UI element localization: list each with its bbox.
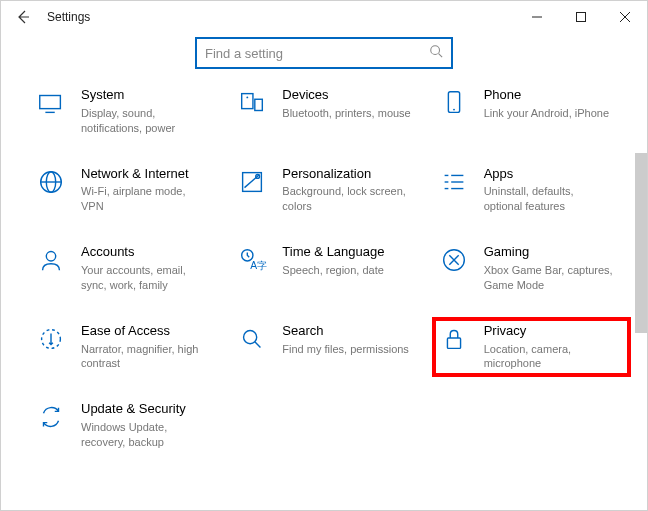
category-subtitle: Display, sound, notifications, power (81, 106, 211, 136)
back-arrow-icon (15, 9, 31, 25)
category-subtitle: Windows Update, recovery, backup (81, 420, 211, 450)
search-input[interactable] (205, 46, 429, 61)
category-subtitle: Your accounts, email, sync, work, family (81, 263, 211, 293)
search-box[interactable] (195, 37, 453, 69)
svg-line-3 (439, 54, 443, 58)
svg-point-10 (453, 109, 455, 111)
category-title: System (81, 87, 211, 104)
phone-icon (438, 87, 470, 119)
category-text: GamingXbox Game Bar, captures, Game Mode (484, 244, 614, 293)
content-area: SystemDisplay, sound, notifications, pow… (1, 69, 647, 510)
category-title: Update & Security (81, 401, 211, 418)
svg-rect-29 (447, 338, 460, 348)
svg-point-8 (247, 96, 249, 98)
category-text: AppsUninstall, defaults, optional featur… (484, 166, 614, 215)
category-search-cat[interactable]: SearchFind my files, permissions (232, 319, 427, 376)
category-title: Search (282, 323, 409, 340)
category-subtitle: Uninstall, defaults, optional features (484, 184, 614, 214)
category-ease[interactable]: Ease of AccessNarrator, magnifier, high … (31, 319, 226, 376)
category-gaming[interactable]: GamingXbox Game Bar, captures, Game Mode (434, 240, 629, 297)
scrollbar-rail[interactable] (631, 33, 647, 510)
category-subtitle: Background, lock screen, colors (282, 184, 412, 214)
search-icon (429, 44, 443, 62)
svg-text:A字: A字 (250, 261, 267, 272)
category-subtitle: Find my files, permissions (282, 342, 409, 357)
svg-point-22 (46, 252, 55, 261)
update-icon (35, 401, 67, 433)
category-subtitle: Wi-Fi, airplane mode, VPN (81, 184, 211, 214)
maximize-button[interactable] (559, 1, 603, 33)
svg-rect-6 (242, 94, 253, 109)
category-devices[interactable]: DevicesBluetooth, printers, mouse (232, 83, 427, 140)
svg-point-27 (244, 330, 257, 343)
category-update[interactable]: Update & SecurityWindows Update, recover… (31, 397, 226, 454)
category-title: Gaming (484, 244, 614, 261)
svg-line-28 (255, 342, 261, 348)
svg-rect-1 (577, 13, 586, 22)
category-subtitle: Speech, region, date (282, 263, 384, 278)
category-system[interactable]: SystemDisplay, sound, notifications, pow… (31, 83, 226, 140)
category-network[interactable]: Network & InternetWi-Fi, airplane mode, … (31, 162, 226, 219)
category-apps[interactable]: AppsUninstall, defaults, optional featur… (434, 162, 629, 219)
category-subtitle: Bluetooth, printers, mouse (282, 106, 410, 121)
svg-rect-7 (255, 99, 263, 110)
personalization-icon (236, 166, 268, 198)
minimize-button[interactable] (515, 1, 559, 33)
minimize-icon (532, 12, 542, 22)
category-personalization[interactable]: PersonalizationBackground, lock screen, … (232, 162, 427, 219)
category-text: Network & InternetWi-Fi, airplane mode, … (81, 166, 211, 215)
network-icon (35, 166, 67, 198)
category-text: Ease of AccessNarrator, magnifier, high … (81, 323, 211, 372)
category-title: Apps (484, 166, 614, 183)
gaming-icon (438, 244, 470, 276)
category-phone[interactable]: PhoneLink your Android, iPhone (434, 83, 629, 140)
ease-icon (35, 323, 67, 355)
category-text: Time & LanguageSpeech, region, date (282, 244, 384, 278)
category-time[interactable]: A字Time & LanguageSpeech, region, date (232, 240, 427, 297)
category-title: Accounts (81, 244, 211, 261)
svg-rect-4 (40, 96, 61, 109)
back-button[interactable] (9, 3, 37, 31)
close-icon (620, 12, 630, 22)
privacy-icon (438, 323, 470, 355)
category-title: Network & Internet (81, 166, 211, 183)
scrollbar-thumb[interactable] (635, 153, 647, 333)
categories-grid: SystemDisplay, sound, notifications, pow… (31, 83, 629, 454)
time-icon: A字 (236, 244, 268, 276)
window-title: Settings (47, 10, 90, 24)
category-subtitle: Location, camera, microphone (484, 342, 614, 372)
close-button[interactable] (603, 1, 647, 33)
apps-icon (438, 166, 470, 198)
category-title: Personalization (282, 166, 412, 183)
category-subtitle: Xbox Game Bar, captures, Game Mode (484, 263, 614, 293)
system-icon (35, 87, 67, 119)
category-title: Privacy (484, 323, 614, 340)
category-title: Ease of Access (81, 323, 211, 340)
titlebar: Settings (1, 1, 647, 33)
category-text: PrivacyLocation, camera, microphone (484, 323, 614, 372)
category-text: SearchFind my files, permissions (282, 323, 409, 357)
category-title: Devices (282, 87, 410, 104)
category-text: PhoneLink your Android, iPhone (484, 87, 609, 121)
category-title: Time & Language (282, 244, 384, 261)
svg-point-2 (431, 46, 440, 55)
category-subtitle: Link your Android, iPhone (484, 106, 609, 121)
category-text: DevicesBluetooth, printers, mouse (282, 87, 410, 121)
maximize-icon (576, 12, 586, 22)
category-title: Phone (484, 87, 609, 104)
search-container (1, 37, 647, 69)
devices-icon (236, 87, 268, 119)
category-text: PersonalizationBackground, lock screen, … (282, 166, 412, 215)
search-cat-icon (236, 323, 268, 355)
category-accounts[interactable]: AccountsYour accounts, email, sync, work… (31, 240, 226, 297)
category-text: SystemDisplay, sound, notifications, pow… (81, 87, 211, 136)
category-text: AccountsYour accounts, email, sync, work… (81, 244, 211, 293)
category-subtitle: Narrator, magnifier, high contrast (81, 342, 211, 372)
accounts-icon (35, 244, 67, 276)
category-privacy[interactable]: PrivacyLocation, camera, microphone (434, 319, 629, 376)
window-controls (515, 1, 647, 33)
category-text: Update & SecurityWindows Update, recover… (81, 401, 211, 450)
